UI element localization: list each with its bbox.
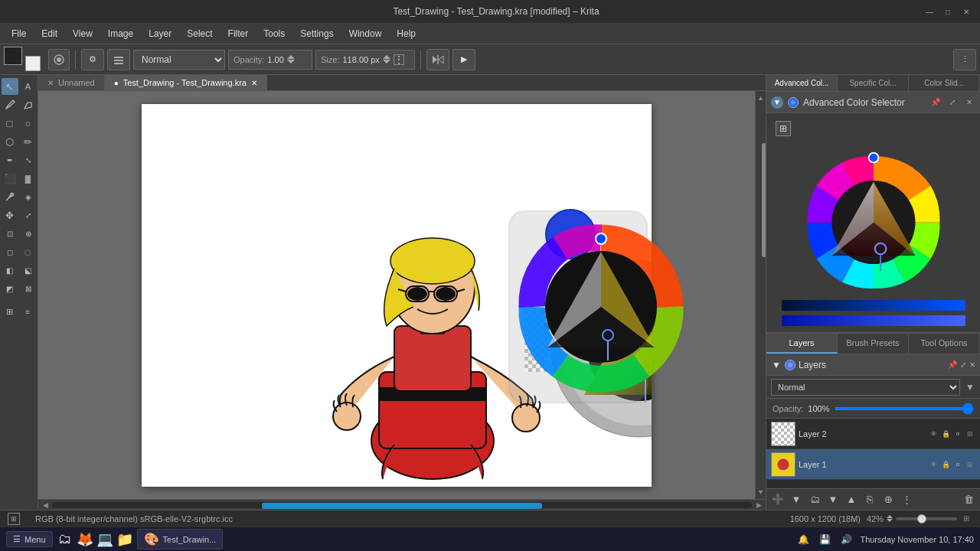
tool-options2[interactable]: ≡ — [20, 303, 37, 320]
size-more-button[interactable]: ⋮ — [394, 54, 404, 65]
tool-ellipse[interactable]: ○ — [20, 115, 37, 132]
tool-similar-select[interactable]: ◩ — [2, 280, 18, 297]
vscroll-thumb[interactable] — [762, 143, 766, 257]
horizontal-scrollbar[interactable]: ◀ ▶ — [38, 499, 766, 510]
canvas-tab-unnamed[interactable]: ✕ Unnamed — [38, 75, 105, 90]
tool-eraser[interactable] — [20, 96, 37, 113]
taskbar-icon-2[interactable]: 🦊 — [77, 532, 93, 547]
menu-edit[interactable]: Edit — [34, 26, 65, 41]
hscroll-track[interactable] — [52, 502, 752, 508]
menu-view[interactable]: View — [65, 26, 100, 41]
canvas-tab-drawing-close[interactable]: ✕ — [251, 79, 257, 87]
layer-2-visibility[interactable]: 👁 — [928, 429, 939, 439]
layers-collapse-button[interactable]: ▼ — [771, 360, 782, 370]
layer-delete-button[interactable]: 🗑 — [960, 491, 977, 508]
tool-apps[interactable]: ⊞ — [2, 303, 18, 320]
tool-bezier-select[interactable]: ⬕ — [20, 262, 37, 279]
tool-reference[interactable]: ⊕ — [20, 225, 37, 242]
tool-select[interactable]: ↖ — [2, 78, 18, 95]
taskbar-icon-4[interactable]: 📁 — [117, 532, 132, 547]
menu-select[interactable]: Select — [179, 26, 220, 41]
color-wheel-widget[interactable] — [797, 142, 950, 295]
tab-brush-presets[interactable]: Brush Presets — [838, 334, 909, 354]
canvas-scroll[interactable] — [38, 91, 755, 499]
minimize-button[interactable]: — — [923, 5, 936, 18]
taskbar-system-1[interactable]: 🔔 — [795, 532, 811, 547]
background-color[interactable] — [25, 56, 41, 71]
tool-transform[interactable]: ⤢ — [20, 207, 37, 223]
color-sat-strip[interactable] — [782, 315, 965, 326]
layer-2-lock[interactable]: 🔒 — [940, 429, 951, 439]
layer-add-dropdown[interactable]: ▼ — [788, 491, 805, 508]
color-panel-close[interactable]: ✕ — [963, 96, 975, 109]
tool-gradient[interactable]: ▓ — [20, 170, 37, 187]
tool-text[interactable]: A — [20, 78, 37, 95]
menu-window[interactable]: Window — [341, 26, 390, 41]
menu-settings[interactable]: Settings — [292, 26, 341, 41]
layer-merge-button[interactable]: ⊕ — [880, 491, 897, 508]
workspace-button[interactable]: ⋮ — [953, 49, 976, 70]
layer-copy-button[interactable]: ⎘ — [861, 491, 878, 508]
layers-blend-select[interactable]: Normal — [771, 379, 960, 396]
opacity-stepper[interactable] — [287, 54, 295, 65]
layers-panel-icon[interactable] — [785, 360, 795, 370]
layers-opacity-slider[interactable] — [835, 407, 975, 410]
status-expand-button[interactable]: ⊞ — [8, 513, 20, 525]
tool-fill[interactable]: ⬛ — [2, 170, 18, 187]
tool-polygon[interactable]: ⬡ — [2, 133, 18, 150]
menu-file[interactable]: File — [4, 26, 34, 41]
layer-options-button[interactable]: ⋮ — [898, 491, 915, 508]
tool-smart-fill[interactable]: ◈ — [20, 188, 37, 205]
layer-move-down[interactable]: ▼ — [825, 491, 841, 508]
menu-tools[interactable]: Tools — [256, 26, 292, 41]
color-swatch-area[interactable] — [4, 47, 42, 73]
tool-move[interactable]: ✥ — [2, 207, 18, 223]
mirror-button[interactable] — [426, 49, 449, 70]
menu-layer[interactable]: Layer — [141, 26, 179, 41]
color-panel-expand[interactable]: ⤢ — [946, 96, 959, 109]
zoom-slider[interactable] — [896, 517, 957, 520]
layer-1-visibility[interactable]: 👁 — [928, 459, 939, 470]
play-button[interactable]: ▶ — [452, 49, 475, 70]
brush-preset-button[interactable] — [48, 49, 70, 70]
tool-rect[interactable]: □ — [2, 115, 18, 132]
color-tab-specific[interactable]: Specific Col... — [838, 75, 909, 91]
panel-collapse-button[interactable]: ▼ — [771, 96, 783, 109]
tool-colorpicker[interactable] — [2, 188, 18, 205]
menu-filter[interactable]: Filter — [220, 26, 256, 41]
menu-help[interactable]: Help — [389, 26, 423, 41]
color-mode-button[interactable] — [788, 97, 799, 108]
layers-panel-pin[interactable]: 📌 — [948, 360, 957, 369]
layer-add-button[interactable]: ➕ — [769, 491, 786, 508]
canvas-tab-unnamed-close[interactable]: ✕ — [47, 79, 54, 87]
taskbar-system-2[interactable]: 💾 — [817, 532, 832, 547]
layers-blend-expand[interactable]: ▼ — [965, 382, 975, 393]
tool-freehand[interactable]: ✏ — [20, 133, 37, 150]
color-tab-advanced[interactable]: Advanced Col... — [766, 75, 838, 91]
zoom-fit-button[interactable]: ⊞ — [960, 513, 972, 525]
foreground-color[interactable] — [4, 47, 22, 65]
hscroll-thumb[interactable] — [262, 503, 542, 509]
taskbar-system-3[interactable]: 🔊 — [838, 532, 854, 547]
layers-panel-close[interactable]: ✕ — [969, 360, 975, 369]
color-panel-pin[interactable]: 📌 — [929, 96, 942, 109]
menu-image[interactable]: Image — [100, 26, 141, 41]
vscroll-up[interactable]: ▲ — [756, 93, 766, 103]
tab-layers[interactable]: Layers — [766, 334, 838, 354]
tool-contiguous-select2[interactable]: ◌ — [20, 243, 37, 260]
tab-tool-options[interactable]: Tool Options — [909, 334, 980, 354]
color-tab-slider[interactable]: Color Slid... — [909, 75, 980, 91]
size-stepper[interactable] — [383, 54, 390, 65]
taskbar-icon-1[interactable]: 🗂 — [57, 532, 73, 547]
hscroll-right[interactable]: ▶ — [753, 500, 764, 510]
vertical-scrollbar[interactable]: ▲ ▼ — [755, 91, 766, 499]
layer-move-up[interactable]: ▲ — [843, 491, 860, 508]
taskbar-icon-3[interactable]: 💻 — [97, 532, 113, 547]
blend-mode-select[interactable]: Normal — [133, 50, 225, 70]
layer-1-copy[interactable]: ⊞ — [965, 459, 975, 470]
layer-item-2[interactable]: Layer 2 👁 🔒 α ⊞ — [766, 419, 980, 449]
color-grid-button[interactable]: ⊞ — [776, 121, 791, 136]
close-button[interactable]: ✕ — [960, 5, 972, 18]
tool-deform-select[interactable]: ⊠ — [20, 280, 37, 297]
brush-settings-button[interactable] — [107, 49, 130, 70]
